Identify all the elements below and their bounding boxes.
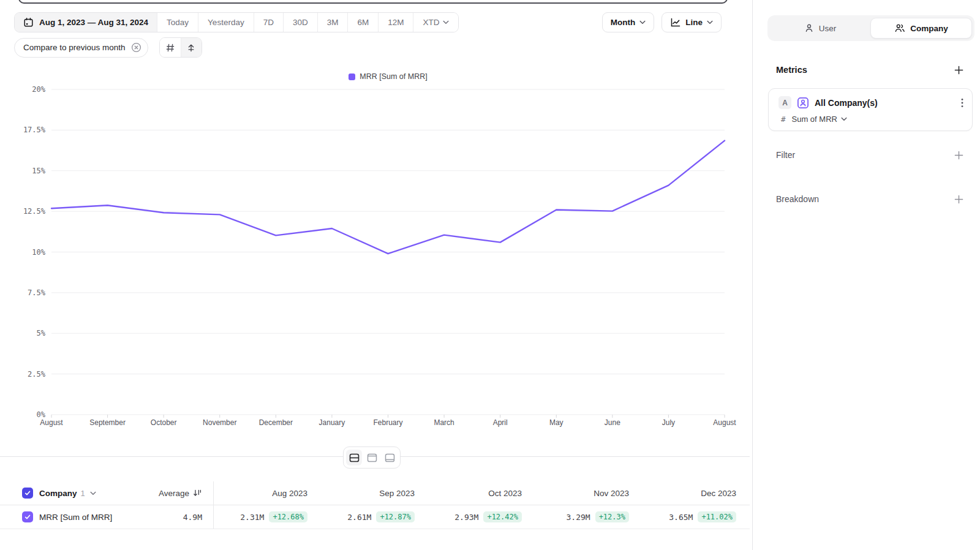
preset-xtd[interactable]: XTD — [413, 13, 458, 32]
preset-6m[interactable]: 6M — [347, 13, 378, 32]
absolute-values-toggle[interactable] — [160, 38, 181, 57]
table-only-view-button[interactable] — [382, 450, 398, 465]
arrow-up-from-bar-icon — [186, 43, 196, 53]
filter-section: Filter — [776, 150, 963, 160]
metric-menu-button[interactable] — [961, 98, 963, 108]
growth-badge: +12.42% — [483, 511, 522, 522]
compare-toolbar: Compare to previous month — [14, 37, 202, 58]
metric-card[interactable]: A All Company(s) # Sum of MRR — [768, 88, 973, 131]
tab-user[interactable]: User — [770, 18, 870, 39]
top-card-edge — [18, 0, 728, 4]
number-type-icon: # — [781, 115, 786, 124]
series-checkbox[interactable] — [22, 511, 33, 522]
mrr-value: 2.93M — [454, 513, 478, 522]
chevron-down-icon — [841, 117, 847, 121]
x-axis-month-label: April — [493, 418, 508, 427]
x-axis-month-label: September — [89, 418, 126, 427]
average-sort-header[interactable]: Average — [159, 489, 202, 498]
x-axis-month-label: August — [713, 418, 736, 427]
company-icon — [894, 23, 905, 33]
tab-company[interactable]: Company — [870, 18, 972, 39]
y-axis-tick-label: 15% — [32, 167, 45, 175]
metric-name: All Company(s) — [815, 98, 878, 108]
aggregation-dropdown[interactable]: # Sum of MRR — [778, 115, 963, 124]
month-value-cell: 2.31M+12.68% — [214, 505, 321, 529]
x-axis-month-label: February — [373, 418, 402, 427]
table-data-left-cell: MRR [Sum of MRR] 4.9M — [0, 505, 214, 529]
month-column-header: Sep 2023 — [321, 481, 428, 505]
percent-growth-toggle[interactable] — [181, 38, 202, 57]
calendar-icon — [23, 17, 34, 28]
metrics-header: Metrics — [776, 65, 963, 75]
chart-type-dropdown[interactable]: Line — [662, 12, 722, 32]
metric-badge: A — [778, 96, 791, 109]
growth-badge: +12.3% — [595, 511, 629, 522]
x-axis-month-label: June — [605, 418, 620, 427]
y-axis-tick-label: 12.5% — [23, 207, 46, 216]
metric-card-header: A All Company(s) — [778, 96, 963, 109]
legend-swatch — [349, 73, 355, 80]
breakdown-table: Company 1 Average Aug 2023Sep 2023Oct 20… — [0, 481, 750, 529]
chart-only-view-button[interactable] — [364, 450, 380, 465]
config-sidebar: User Company Metrics A All Company(s) — [752, 0, 980, 550]
table-only-view-icon — [385, 453, 395, 462]
y-axis-tick-label: 0% — [37, 410, 46, 419]
month-value-cell: 2.93M+12.42% — [428, 505, 535, 529]
date-range-button[interactable]: Aug 1, 2023 — Aug 31, 2024 — [15, 13, 157, 32]
preset-3m[interactable]: 3M — [317, 13, 348, 32]
x-axis-month-label: October — [151, 418, 177, 427]
preset-yesterday[interactable]: Yesterday — [198, 13, 254, 32]
compare-chip-label: Compare to previous month — [23, 43, 126, 52]
x-axis-month-label: December — [259, 418, 293, 427]
add-filter-button[interactable] — [954, 151, 963, 160]
preset-30d[interactable]: 30D — [283, 13, 317, 32]
y-axis-tick-label: 17.5% — [23, 126, 46, 134]
growth-badge: +11.02% — [698, 511, 736, 522]
preset-7d[interactable]: 7D — [254, 13, 283, 32]
entity-tabs: User Company — [767, 15, 974, 41]
add-metric-button[interactable] — [954, 66, 963, 75]
series-label: MRR [Sum of MRR] — [39, 513, 112, 522]
layout-view-toggle — [343, 446, 401, 469]
month-column-header: Dec 2023 — [643, 481, 750, 505]
x-axis-month-label: July — [662, 418, 675, 427]
month-value-cell: 3.65M+11.02% — [643, 505, 750, 529]
month-column-header: Nov 2023 — [535, 481, 643, 505]
remove-compare-icon[interactable] — [131, 42, 141, 53]
chart-only-view-icon — [367, 453, 377, 462]
month-column-header: Oct 2023 — [428, 481, 535, 505]
hash-icon — [165, 43, 175, 53]
x-axis-month-label: August — [40, 418, 63, 427]
table-data-row: MRR [Sum of MRR] 4.9M 2.31M+12.68%2.61M+… — [0, 505, 750, 529]
y-axis-tick-label: 5% — [37, 329, 46, 337]
compare-chip[interactable]: Compare to previous month — [14, 38, 148, 58]
mrr-line-chart[interactable]: 0%2.5%5%7.5%10%12.5%15%17.5%20%AugustSep… — [0, 86, 750, 435]
group-by-dropdown[interactable]: Company 1 — [39, 489, 96, 498]
mrr-value: 2.31M — [240, 513, 264, 522]
x-axis-month-label: January — [319, 418, 345, 427]
preset-12m[interactable]: 12M — [378, 13, 413, 32]
chevron-down-icon — [639, 20, 646, 24]
month-value-cell: 2.61M+12.87% — [321, 505, 428, 529]
preset-today[interactable]: Today — [157, 13, 198, 32]
add-breakdown-button[interactable] — [954, 195, 963, 204]
month-value-cell: 3.29M+12.3% — [535, 505, 643, 529]
breakdown-section: Breakdown — [776, 194, 963, 204]
y-axis-tick-label: 2.5% — [28, 370, 46, 379]
split-view-button[interactable] — [346, 450, 362, 465]
legend-label: MRR [Sum of MRR] — [360, 72, 427, 81]
value-display-toggle — [159, 37, 202, 58]
line-chart-icon — [670, 18, 681, 28]
select-all-checkbox[interactable] — [22, 488, 33, 499]
y-axis-tick-label: 7.5% — [28, 288, 46, 297]
growth-badge: +12.87% — [376, 511, 415, 522]
table-header-row: Company 1 Average Aug 2023Sep 2023Oct 20… — [0, 481, 750, 505]
average-value: 4.9M — [183, 513, 202, 522]
x-axis-month-label: November — [203, 418, 236, 427]
date-toolbar: Aug 1, 2023 — Aug 31, 2024 TodayYesterda… — [14, 12, 459, 32]
mrr-series-line — [51, 141, 725, 254]
analytics-report-page: Aug 1, 2023 — Aug 31, 2024 TodayYesterda… — [0, 0, 980, 550]
month-column-header: Aug 2023 — [214, 481, 321, 505]
granularity-dropdown[interactable]: Month — [602, 12, 654, 32]
mrr-value: 3.65M — [669, 513, 693, 522]
